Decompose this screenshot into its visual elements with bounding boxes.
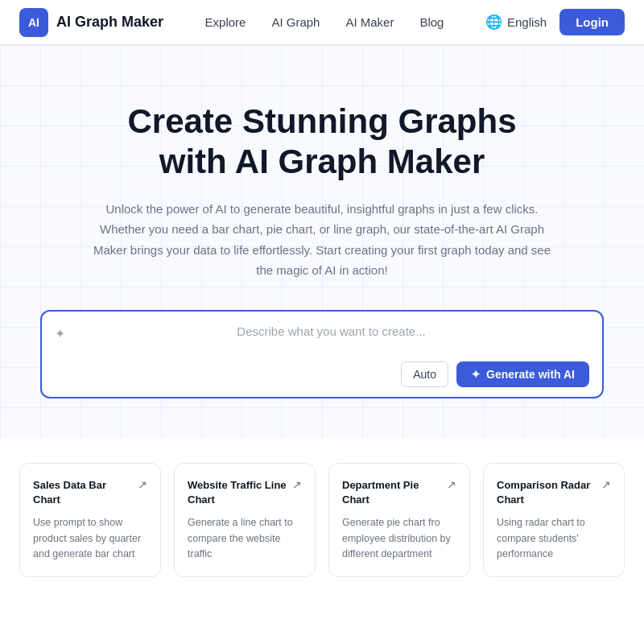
nav-right: 🌐 English Login	[485, 9, 625, 35]
card-title-0: Sales Data Bar Chart	[33, 478, 134, 507]
hero-title: Create Stunning Graphs with AI Graph Mak…	[19, 101, 625, 183]
card-dept-pie[interactable]: Department Pie Chart ↗ Generate pie char…	[328, 463, 470, 578]
card-arrow-icon-0: ↗	[138, 478, 147, 491]
prompt-input-container: ✦ Describe what you want to create... Au…	[40, 310, 604, 398]
card-desc-0: Use prompt to show product sales by quar…	[33, 515, 147, 562]
generate-sparkle-icon: ✦	[471, 368, 481, 381]
globe-icon: 🌐	[485, 14, 502, 31]
card-arrow-icon-1: ↗	[292, 478, 302, 491]
card-traffic-line[interactable]: Website Traffic Line Chart ↗ Generate a …	[174, 463, 316, 578]
card-desc-1: Generate a line chart to compare the web…	[188, 515, 302, 562]
nav-link-ai-maker[interactable]: AI Maker	[345, 15, 394, 29]
sparkle-icon: ✦	[55, 326, 65, 341]
hero-section: Create Stunning Graphs with AI Graph Mak…	[0, 45, 644, 439]
auto-button[interactable]: Auto	[401, 361, 448, 387]
card-title-row-3: Comparison Radar Chart ↗	[497, 478, 611, 507]
nav-link-blog[interactable]: Blog	[419, 15, 444, 29]
input-bottom-row: Auto ✦ Generate with AI	[55, 361, 589, 387]
brand-name: AI Graph Maker	[56, 14, 163, 31]
brand-icon: AI	[19, 8, 48, 37]
language-selector[interactable]: 🌐 English	[485, 14, 547, 31]
navbar: AI AI Graph Maker Explore AI Graph AI Ma…	[0, 0, 644, 45]
card-desc-2: Generate pie chart fro employee distribu…	[342, 515, 456, 562]
language-label: English	[507, 15, 547, 29]
card-desc-3: Using radar chart to compare students' p…	[497, 515, 611, 562]
cards-grid: Sales Data Bar Chart ↗ Use prompt to sho…	[0, 439, 644, 610]
hero-subtitle: Unlock the power of AI to generate beaut…	[89, 199, 555, 281]
nav-link-ai-graph[interactable]: AI Graph	[271, 15, 320, 29]
generate-label: Generate with AI	[486, 368, 575, 381]
nav-logo[interactable]: AI AI Graph Maker	[19, 8, 163, 37]
card-title-row-2: Department Pie Chart ↗	[342, 478, 456, 507]
nav-link-explore[interactable]: Explore	[205, 15, 246, 29]
input-top-row: ✦ Describe what you want to create...	[55, 324, 589, 341]
card-arrow-icon-2: ↗	[447, 478, 456, 491]
prompt-placeholder[interactable]: Describe what you want to create...	[73, 324, 589, 338]
card-title-row-0: Sales Data Bar Chart ↗	[33, 478, 147, 507]
card-comparison-radar[interactable]: Comparison Radar Chart ↗ Using radar cha…	[483, 463, 625, 578]
card-title-1: Website Traffic Line Chart	[188, 478, 289, 507]
card-title-row-1: Website Traffic Line Chart ↗	[188, 478, 302, 507]
login-button[interactable]: Login	[559, 9, 625, 35]
card-title-3: Comparison Radar Chart	[497, 478, 598, 507]
nav-links: Explore AI Graph AI Maker Blog	[205, 15, 444, 29]
generate-button[interactable]: ✦ Generate with AI	[456, 361, 589, 387]
card-arrow-icon-3: ↗	[601, 478, 611, 491]
card-sales-bar[interactable]: Sales Data Bar Chart ↗ Use prompt to sho…	[19, 463, 161, 578]
card-title-2: Department Pie Chart	[342, 478, 444, 507]
